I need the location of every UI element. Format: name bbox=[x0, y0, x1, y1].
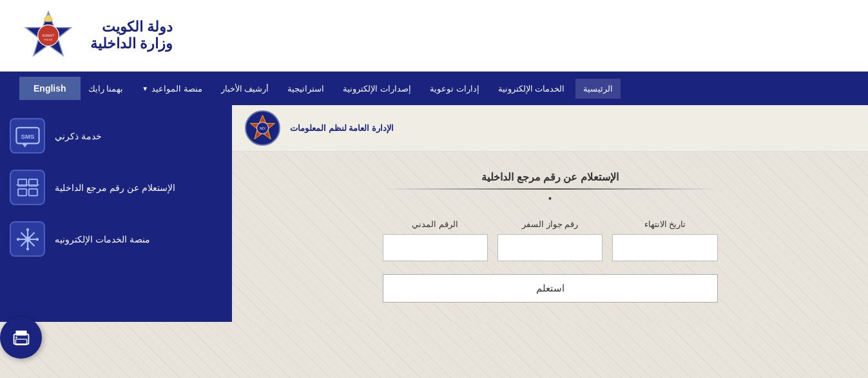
sidebar-platform-label: منصة الخدمات الإلكترونيه bbox=[55, 234, 150, 244]
field-group-passport: رقم جواز السفر bbox=[497, 219, 603, 261]
field-group-civil: الرقم المدني bbox=[383, 219, 488, 261]
main-section: الإدارة العامة لنظم المعلومات MOI الإستع… bbox=[232, 105, 868, 322]
sidebar-inquiry-label: الإستعلام عن رقم مرجع الداخلية bbox=[55, 183, 175, 193]
sms-icon: SMS bbox=[14, 122, 42, 150]
svg-rect-13 bbox=[28, 188, 37, 195]
svg-point-27 bbox=[15, 336, 17, 338]
svg-text:KUWAIT: KUWAIT bbox=[43, 34, 55, 37]
inquiry-icon bbox=[14, 174, 42, 202]
expiry-label: تاريخ الانتهاء bbox=[644, 219, 686, 229]
header-logo: KUWAIT POLICE bbox=[19, 6, 77, 65]
svg-text:POLICE: POLICE bbox=[44, 39, 53, 41]
nav-item-publications[interactable]: إصدارات الإلكترونية bbox=[335, 79, 419, 99]
sidebar-item-platform[interactable]: منصة الخدمات الإلكترونيه bbox=[10, 221, 222, 257]
platform-icon-box bbox=[10, 221, 45, 257]
svg-marker-2 bbox=[44, 14, 52, 21]
form-divider-dot: ▪ bbox=[383, 193, 718, 203]
svg-point-21 bbox=[26, 247, 28, 250]
platform-icon bbox=[14, 225, 42, 254]
field-group-expiry: تاريخ الانتهاء bbox=[612, 219, 717, 261]
form-container: الإستعلام عن رقم مرجع الداخلية ▪ تاريخ ا… bbox=[357, 152, 744, 322]
sidebar-sms-label: خدمة ذكرني bbox=[55, 131, 102, 141]
header-title-line1: دولة الكويت bbox=[90, 19, 173, 35]
sms-icon-box: SMS bbox=[10, 118, 45, 154]
svg-point-20 bbox=[26, 228, 28, 230]
nav-item-appointments[interactable]: منصة المواعيد ▼ bbox=[134, 79, 210, 99]
passport-label: رقم جواز السفر bbox=[522, 219, 578, 229]
submit-button[interactable]: استعلم bbox=[383, 274, 718, 303]
info-bar: الإدارة العامة لنظم المعلومات MOI bbox=[232, 105, 868, 152]
civil-input[interactable] bbox=[383, 234, 488, 261]
info-bar-badge-icon: MOI bbox=[245, 110, 280, 146]
english-button[interactable]: English bbox=[19, 77, 81, 100]
form-fields: تاريخ الانتهاء رقم جواز السفر الرقم المد… bbox=[383, 219, 718, 261]
form-title: الإستعلام عن رقم مرجع الداخلية bbox=[383, 171, 718, 183]
nav-items: الرئيسية الخدمات الإلكترونية إدارات توعو… bbox=[81, 79, 855, 99]
svg-rect-12 bbox=[18, 188, 26, 195]
nav-item-news-archive[interactable]: أرشيف الأخبار bbox=[213, 79, 277, 99]
header-text: دولة الكويت وزارة الداخلية bbox=[90, 19, 173, 52]
header-title-line2: وزارة الداخلية bbox=[90, 35, 173, 52]
small-badge-icon: MOI bbox=[248, 114, 277, 143]
nav-item-home[interactable]: الرئيسية bbox=[575, 79, 621, 99]
svg-text:SMS: SMS bbox=[21, 132, 35, 139]
nav-item-strategy[interactable]: استراتيجية bbox=[280, 79, 332, 99]
expiry-input[interactable] bbox=[612, 234, 717, 261]
civil-label: الرقم المدني bbox=[412, 219, 458, 229]
inquiry-icon-box bbox=[10, 170, 45, 205]
svg-text:MOI: MOI bbox=[260, 127, 265, 130]
nav-item-feedback[interactable]: بهمنا رايك bbox=[81, 79, 131, 99]
police-badge-icon: KUWAIT POLICE bbox=[22, 9, 75, 62]
svg-point-23 bbox=[35, 237, 38, 240]
content-area: الإدارة العامة لنظم المعلومات MOI الإستع… bbox=[0, 105, 868, 322]
svg-rect-25 bbox=[15, 330, 26, 335]
sidebar-item-inquiry[interactable]: الإستعلام عن رقم مرجع الداخلية bbox=[10, 170, 222, 205]
infobar-text: الإدارة العامة لنظم المعلومات bbox=[290, 123, 394, 133]
passport-input[interactable] bbox=[497, 234, 603, 261]
main-nav: الرئيسية الخدمات الإلكترونية إدارات توعو… bbox=[0, 72, 868, 105]
nav-item-awareness[interactable]: إدارات توعوية bbox=[422, 79, 487, 99]
floating-print-button[interactable] bbox=[0, 317, 42, 359]
svg-point-22 bbox=[16, 237, 19, 240]
print-icon bbox=[9, 326, 34, 350]
svg-point-19 bbox=[24, 236, 30, 242]
nav-item-eservices[interactable]: الخدمات الإلكترونية bbox=[490, 79, 573, 99]
sidebar: خدمة ذكرني SMS الإستعلام عن رقم مرجع الد… bbox=[0, 105, 232, 322]
header: دولة الكويت وزارة الداخلية KUWAIT POLICE bbox=[0, 0, 868, 72]
sidebar-item-sms[interactable]: خدمة ذكرني SMS bbox=[10, 118, 222, 154]
form-divider bbox=[383, 188, 718, 190]
chevron-down-icon: ▼ bbox=[142, 85, 148, 92]
